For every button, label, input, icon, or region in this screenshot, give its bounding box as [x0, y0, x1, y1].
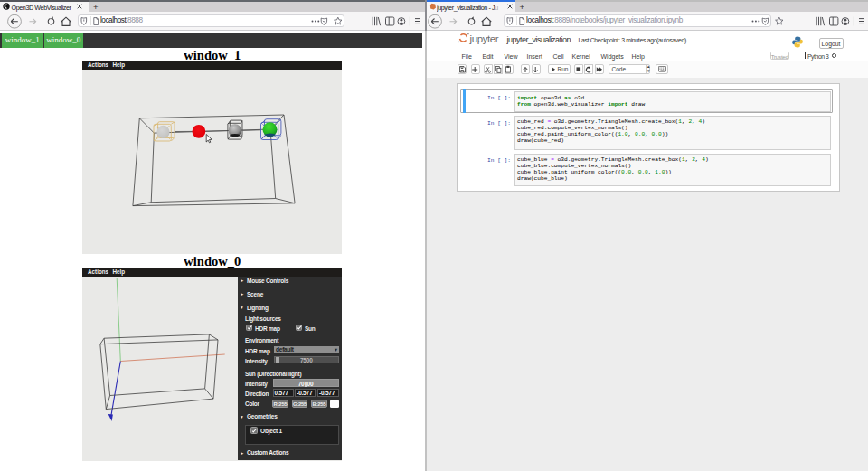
svg-text:Help: Help [113, 268, 126, 276]
svg-text:Run: Run [558, 66, 569, 72]
svg-text:Actions: Actions [88, 61, 109, 68]
svg-text:Help: Help [113, 61, 126, 69]
svg-text:Actions: Actions [88, 268, 109, 275]
